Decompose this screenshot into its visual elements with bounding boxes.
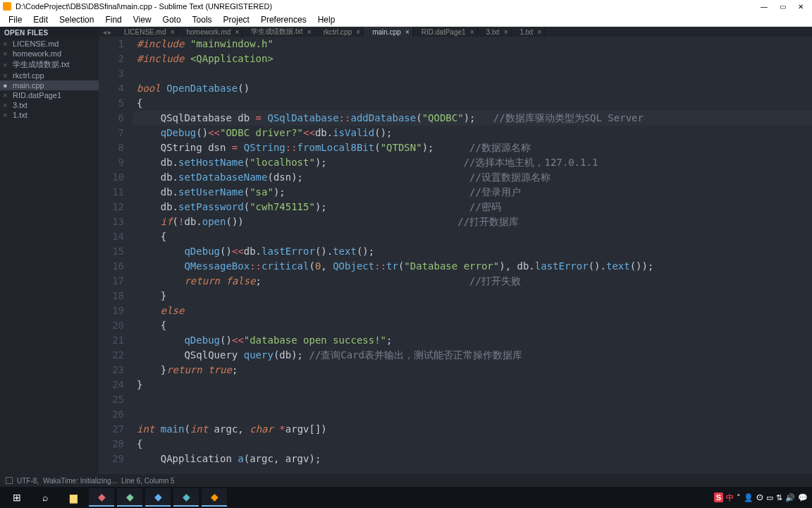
sidebar-file-item[interactable]: ×RID.datPage1 (0, 90, 99, 100)
tray-volume-icon[interactable]: 🔊 (785, 493, 795, 502)
code-line[interactable]: QSqlDatabase db = QSqlDatabase::addDatab… (133, 111, 812, 126)
tab[interactable]: LICENSE.md× (116, 27, 178, 37)
code-line[interactable]: } (133, 289, 812, 303)
code-line[interactable]: db.setPassword("cwh745115"); //密码 (133, 200, 812, 214)
minimize-button[interactable]: — (756, 3, 773, 11)
code-line[interactable]: return false; //打开失败 (133, 274, 812, 289)
menu-goto[interactable]: Goto (159, 15, 185, 25)
panel-switch-icon[interactable] (6, 477, 13, 484)
start-button[interactable]: ⊞ (4, 488, 30, 507)
editor[interactable]: 1234567891011121314151617181920212223242… (99, 37, 812, 474)
code-line[interactable]: QMessageBox::critical(0, QObject::tr("Da… (133, 259, 812, 274)
ime-language[interactable]: 中 (726, 492, 734, 503)
tab-close-icon[interactable]: × (307, 28, 312, 36)
code-line[interactable]: #include <QApplication> (133, 52, 812, 66)
tab-close-icon[interactable]: × (356, 28, 360, 36)
file-close-icon[interactable]: × (3, 71, 10, 80)
code-line[interactable]: { (133, 229, 812, 244)
sidebar-file-item[interactable]: ×学生成绩数据.txt (0, 59, 99, 71)
window-title: D:\CodeProject\DBS\DBSfinal\main.cpp - S… (16, 2, 272, 11)
tab[interactable]: 3.txt× (478, 27, 512, 37)
code-line[interactable]: qDebug()<<"database open success!"; (133, 333, 812, 348)
tab[interactable]: main.cpp× (364, 27, 413, 37)
sidebar-file-item[interactable]: ×LICENSE.md (0, 39, 99, 49)
code-line[interactable]: { (133, 96, 812, 111)
file-close-icon[interactable]: ● (3, 81, 10, 90)
code-line[interactable]: qDebug()<<"ODBC driver?"<<db.isValid(); (133, 126, 812, 140)
file-close-icon[interactable]: × (3, 101, 10, 109)
tab[interactable]: 学生成绩数据.txt× (242, 27, 314, 37)
tray-people-icon[interactable]: 👤 (744, 493, 753, 502)
file-explorer-icon[interactable]: ▆ (61, 488, 86, 507)
file-close-icon[interactable]: × (3, 49, 10, 58)
menu-project[interactable]: Project (219, 15, 254, 25)
tray-bluetooth-icon[interactable]: ⵙ (756, 493, 763, 502)
code-line[interactable]: QApplication a(argc, argv); (133, 452, 812, 466)
tab[interactable]: rkctrl.cpp× (315, 27, 364, 37)
sidebar-file-item[interactable]: ×3.txt (0, 100, 99, 110)
code-line[interactable]: #include "mainwindow.h" (133, 37, 812, 52)
tray-battery-icon[interactable]: ▭ (766, 493, 773, 502)
tab-close-icon[interactable]: × (538, 28, 542, 36)
tray-chevron-icon[interactable]: ˄ (737, 493, 741, 502)
menu-tools[interactable]: Tools (188, 15, 216, 25)
tab-nav-left-icon[interactable]: ◂ (103, 28, 106, 36)
menu-preferences[interactable]: Preferences (257, 15, 311, 25)
code-line[interactable]: if(!db.open()) //打开数据库 (133, 214, 812, 229)
code-line[interactable]: { (133, 318, 812, 333)
menubar: File Edit Selection Find View Goto Tools… (0, 13, 812, 27)
taskbar-app-3[interactable]: ◆ (145, 488, 171, 507)
code-line[interactable]: db.setHostName("localhost"); //选择本地主机，12… (133, 155, 812, 170)
sidebar-file-item[interactable]: ×homework.md (0, 49, 99, 59)
tab-close-icon[interactable]: × (504, 28, 508, 36)
code-line[interactable] (133, 66, 812, 81)
sidebar-file-item[interactable]: ●main.cpp (0, 80, 99, 90)
code-line[interactable]: QSqlQuery query(db); //查询Card表并输出，测试能否正常… (133, 348, 812, 363)
tab-close-icon[interactable]: × (470, 28, 474, 36)
sidebar-file-item[interactable]: ×rkctrl.cpp (0, 71, 99, 80)
menu-find[interactable]: Find (101, 15, 125, 25)
code-line[interactable] (133, 407, 812, 422)
status-encoding[interactable]: UTF-8, (17, 477, 39, 485)
search-button[interactable]: ⌕ (32, 488, 58, 507)
code-line[interactable]: qDebug()<<db.lastError().text(); (133, 244, 812, 259)
file-close-icon[interactable]: × (3, 91, 10, 99)
code-line[interactable]: else (133, 303, 812, 318)
sidebar-file-item[interactable]: ×1.txt (0, 110, 99, 120)
tab-close-icon[interactable]: × (235, 28, 239, 36)
tab-close-icon[interactable]: × (405, 28, 410, 36)
code-line[interactable]: { (133, 437, 812, 452)
file-close-icon[interactable]: × (3, 40, 10, 48)
code-line[interactable]: } (133, 377, 812, 392)
code-line[interactable] (133, 392, 812, 407)
code-line[interactable]: QString dsn = QString::fromLocal8Bit("QT… (133, 140, 812, 155)
maximize-button[interactable]: ▭ (774, 3, 791, 11)
file-name: LICENSE.md (13, 40, 59, 48)
tab[interactable]: RID.datPage1× (413, 27, 478, 37)
code-line[interactable]: db.setDatabaseName(dsn); //设置数据源名称 (133, 170, 812, 185)
file-close-icon[interactable]: × (3, 111, 10, 119)
tab[interactable]: 1.txt× (512, 27, 546, 37)
file-close-icon[interactable]: × (3, 61, 10, 69)
code-line[interactable]: db.setUserName("sa"); //登录用户 (133, 185, 812, 200)
menu-help[interactable]: Help (314, 15, 340, 25)
taskbar-app-1[interactable]: ◆ (89, 488, 114, 507)
menu-view[interactable]: View (129, 15, 156, 25)
taskbar-app-4[interactable]: ◆ (173, 488, 199, 507)
menu-file[interactable]: File (4, 15, 26, 25)
tab-close-icon[interactable]: × (171, 28, 175, 36)
tray-notifications-icon[interactable]: 💬 (798, 493, 808, 502)
ime-icon[interactable]: S (714, 492, 723, 502)
menu-selection[interactable]: Selection (55, 15, 98, 25)
tab[interactable]: homework.md× (178, 27, 242, 37)
menu-edit[interactable]: Edit (29, 15, 52, 25)
taskbar-app-2[interactable]: ◆ (117, 488, 142, 507)
tab-nav-right-icon[interactable]: ▸ (108, 28, 111, 36)
code-line[interactable]: }return true; (133, 363, 812, 377)
file-name: 3.txt (13, 101, 27, 109)
code-line[interactable]: bool OpenDatabase() (133, 81, 812, 96)
sublime-taskbar-icon[interactable]: ◆ (202, 488, 227, 507)
tray-wifi-icon[interactable]: ⇅ (776, 493, 782, 502)
close-button[interactable]: ✕ (792, 3, 809, 11)
code-line[interactable]: int main(int argc, char *argv[]) (133, 422, 812, 437)
